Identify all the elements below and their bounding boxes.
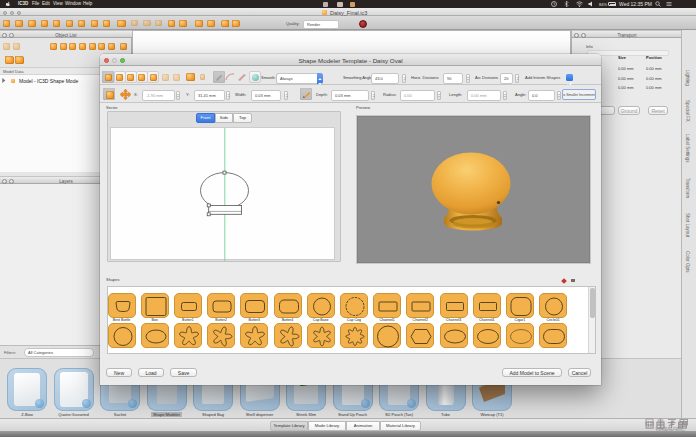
svg-text:uskhub.com: uskhub.com	[656, 425, 683, 431]
